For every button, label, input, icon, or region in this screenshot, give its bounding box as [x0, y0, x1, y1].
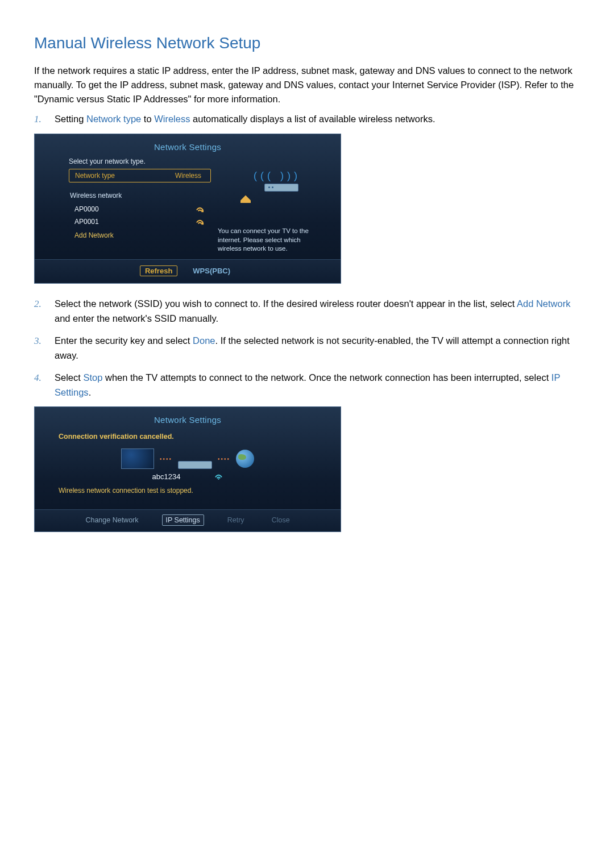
signal-waves-icon: ((( ))): [254, 170, 301, 182]
step-4-post: .: [89, 387, 92, 397]
step-1-text: Setting Network type to Wireless automat…: [55, 111, 580, 126]
change-network-button[interactable]: Change Network: [81, 514, 142, 526]
step-number-3: 3.: [34, 333, 55, 348]
intro-paragraph: If the network requires a static IP addr…: [34, 64, 580, 106]
globe-icon: [236, 450, 254, 468]
wifi-item-label: AP0000: [74, 205, 99, 213]
step-1-pre: Setting: [55, 114, 86, 124]
network-settings-panel-2: Network Settings Connection verification…: [34, 406, 341, 532]
connection-dots-icon: ••••: [218, 456, 230, 462]
wifi-lock-icon: [196, 206, 204, 213]
ip-settings-button[interactable]: IP Settings: [162, 514, 204, 526]
step-4-pre: Select: [55, 372, 83, 383]
wifi-item-ap0000[interactable]: AP0000: [69, 203, 211, 215]
svg-point-2: [218, 479, 219, 480]
panel1-help-text: You can connect your TV to the internet.…: [218, 210, 326, 254]
wifi-icon: [214, 473, 223, 480]
step-4-text: Select Stop when the TV attempts to conn…: [55, 370, 580, 400]
step-number-1: 1.: [34, 111, 55, 127]
network-settings-panel-1: Network Settings Select your network typ…: [34, 134, 341, 284]
router-icon: [264, 184, 298, 192]
step-3-text: Enter the security key and select Done. …: [55, 333, 580, 363]
connection-dots-icon: ••••: [160, 456, 172, 462]
step-4-hl-stop: Stop: [83, 372, 102, 383]
wireless-network-label: Wireless network: [69, 188, 211, 203]
panel2-subtitle: Connection verification cancelled.: [59, 431, 317, 443]
step-1-hl-network-type: Network type: [86, 114, 141, 124]
network-type-label: Network type: [75, 172, 115, 180]
step-4-mid: when the TV attempts to connect to the n…: [102, 372, 551, 383]
wifi-lock-icon: [196, 218, 204, 226]
device-icon: [240, 195, 251, 203]
wps-pbc-button[interactable]: WPS(PBC): [188, 265, 235, 276]
close-button[interactable]: Close: [268, 514, 294, 526]
router-icon: [178, 461, 212, 469]
add-network-link[interactable]: Add Network: [69, 228, 211, 242]
retry-button[interactable]: Retry: [223, 514, 248, 526]
network-type-value: Wireless: [175, 172, 201, 180]
wifi-item-label: AP0001: [74, 218, 99, 226]
step-number-4: 4.: [34, 370, 55, 385]
connected-ssid: abc1234: [152, 472, 181, 481]
step-1-post: automatically displays a list of availab…: [190, 114, 435, 124]
panel2-status-text: Wireless network connection test is stop…: [59, 483, 317, 509]
step-3-pre: Enter the security key and select: [55, 335, 193, 346]
panel1-subtitle: Select your network type.: [35, 155, 341, 169]
connection-diagram: •••• ••••: [59, 448, 317, 469]
step-2-post: and enter the network's SSID manually.: [55, 313, 218, 323]
router-illustration: ((( ))): [235, 170, 309, 210]
step-1-hl-wireless: Wireless: [154, 114, 190, 124]
page-title: Manual Wireless Network Setup: [34, 34, 580, 52]
panel2-title: Network Settings: [35, 407, 341, 428]
panel1-title: Network Settings: [35, 134, 341, 155]
tv-icon: [121, 448, 154, 469]
step-2-pre: Select the network (SSID) you wish to co…: [55, 298, 517, 309]
svg-rect-1: [201, 222, 204, 225]
step-3-hl-done: Done: [193, 335, 215, 346]
step-2-text: Select the network (SSID) you wish to co…: [55, 296, 580, 326]
step-number-2: 2.: [34, 296, 55, 312]
wifi-item-ap0001[interactable]: AP0001: [69, 215, 211, 228]
step-2-hl-add-network: Add Network: [517, 298, 570, 309]
refresh-button[interactable]: Refresh: [140, 265, 177, 276]
network-type-row[interactable]: Network type Wireless: [69, 169, 211, 182]
svg-rect-0: [201, 210, 204, 212]
step-1-mid: to: [141, 114, 154, 124]
